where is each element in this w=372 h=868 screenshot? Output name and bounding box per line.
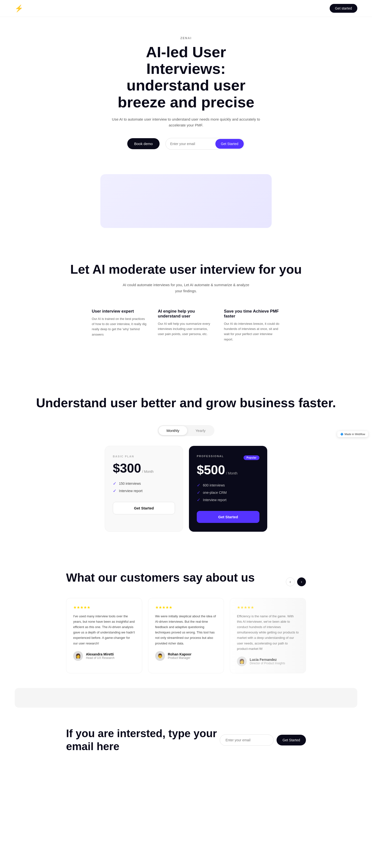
stars-1: ★★★★★: [73, 605, 135, 610]
pro-plan-price: $500 / Month: [197, 463, 237, 477]
toggle-monthly-button[interactable]: Monthly: [159, 426, 187, 435]
hero-visual: [101, 174, 271, 228]
basic-plan-cta-button[interactable]: Get Started: [113, 502, 175, 514]
feature-title-1: AI engine help you understand user: [158, 309, 214, 319]
logo-icon: ⚡: [15, 4, 23, 12]
let-ai-section: Let AI moderate user interview for you A…: [0, 238, 372, 372]
toggle-yearly-button[interactable]: Yearly: [188, 426, 213, 435]
hero-subtitle: Use AI to automate user interview to und…: [110, 116, 262, 128]
let-ai-heading: Let AI moderate user interview for you: [10, 262, 362, 277]
webflow-icon: 🔷: [340, 432, 344, 436]
carousel-next-button[interactable]: ›: [297, 578, 306, 586]
pro-plan-cta-button[interactable]: Get Started: [197, 511, 259, 523]
cta-form: Get Started: [220, 735, 306, 746]
pro-feature-1: ✓ 600 interviews: [197, 483, 259, 488]
author-role-3: Director of Product Insights: [250, 661, 285, 665]
author-role-2: Product Manager: [168, 656, 191, 660]
book-demo-button[interactable]: Book demo: [127, 138, 160, 149]
testimonial-author-3: 👩 Lucia Fernandez Director of Product In…: [237, 656, 299, 666]
check-icon: ✓: [113, 489, 116, 493]
feature-desc-1: Our AI will help you summarize every int…: [158, 321, 214, 337]
nav-get-started-button[interactable]: Get started: [330, 4, 357, 13]
hero-title: AI-led User Interviews: understand user …: [110, 44, 262, 111]
author-name-1: Alexandra Miretti: [86, 652, 115, 656]
testimonial-author-1: 👩 Alexandra Miretti Head of UX Research: [73, 651, 135, 661]
cta-section: If you are intersted, type your email he…: [0, 708, 372, 773]
carousel-controls: ‹ ›: [286, 578, 306, 586]
avatar-2: 👨: [155, 651, 165, 661]
basic-plan-card: BASIC PLAN $300 / Month ✓ 150 interviews…: [105, 446, 183, 532]
pricing-cards: BASIC PLAN $300 / Month ✓ 150 interviews…: [93, 446, 279, 532]
author-name-2: Rohan Kapoor: [168, 652, 191, 656]
hero-email-form: Get Started: [166, 138, 245, 150]
hero-email-input[interactable]: [166, 139, 214, 149]
testimonial-author-2: 👨 Rohan Kapoor Product Manager: [155, 651, 217, 661]
feature-desc-0: Our AI is trained on the best practices …: [92, 316, 148, 337]
hero-section: ZENAI AI-led User Interviews: understand…: [0, 17, 372, 228]
feature-title-0: User interview expert: [92, 309, 148, 314]
testimonial-text-3: Efficiency is the name of the game. With…: [237, 614, 299, 652]
avatar-1: 👩: [73, 651, 83, 661]
pro-feature-3: ✓ Interview report: [197, 498, 259, 502]
testimonials-heading: What our customers say about us: [66, 571, 255, 584]
popular-badge: Popular: [244, 456, 259, 460]
author-role-1: Head of UX Research: [86, 656, 115, 660]
author-name-3: Lucia Fernandez: [250, 658, 285, 661]
check-icon: ✓: [113, 481, 116, 486]
testimonial-card-1: ★★★★★ I've used many interview tools ove…: [66, 598, 142, 673]
toggle-pill: Monthly Yearly: [158, 425, 214, 436]
hero-get-started-button[interactable]: Get Started: [216, 139, 244, 149]
pricing-heading: Understand user better and grow business…: [10, 396, 362, 410]
pro-feature-2: ✓ one-place CRM: [197, 490, 259, 495]
pro-plan-label: PROFESSIONAL: [197, 455, 224, 458]
pricing-section: Understand user better and grow business…: [0, 371, 372, 547]
testimonial-card-3: ★★★★★ Efficiency is the name of the game…: [230, 598, 306, 673]
basic-feature-1: ✓ 150 interviews: [113, 481, 175, 486]
carousel-prev-button[interactable]: ‹: [286, 578, 295, 586]
navbar: ⚡ Get started: [0, 0, 372, 17]
feature-card-1: AI engine help you understand userOur AI…: [158, 309, 214, 357]
hero-eyebrow: ZENAI: [110, 36, 262, 40]
feature-title-2: Save you time Achieve PMF faster: [224, 309, 280, 319]
feature-card-2: Save you time Achieve PMF fasterOur AI d…: [224, 309, 280, 357]
testimonials-grid: ★★★★★ I've used many interview tools ove…: [66, 598, 306, 673]
feature-card-0: User interview expertOur AI is trained o…: [92, 309, 148, 357]
pro-features-list: ✓ 600 interviews ✓ one-place CRM ✓ Inter…: [197, 483, 259, 502]
check-icon: ✓: [197, 483, 200, 488]
features-grid: User interview expertOur AI is trained o…: [76, 309, 296, 357]
stars-2: ★★★★★: [155, 605, 217, 610]
pro-plan-card: PROFESSIONAL Popular $500 / Month ✓ 600 …: [189, 446, 267, 532]
avatar-3: 👩: [237, 656, 247, 666]
basic-feature-2: ✓ Interview report: [113, 489, 175, 493]
stars-3: ★★★★★: [237, 605, 299, 610]
webflow-badge: 🔷 Made in Webflow: [337, 431, 368, 437]
check-icon: ✓: [197, 490, 200, 495]
testimonial-text-2: We were initially skeptical about the id…: [155, 614, 217, 646]
testimonials-section: What our customers say about us ‹ › ★★★★…: [0, 547, 372, 688]
cta-email-input[interactable]: [220, 735, 274, 746]
let-ai-description: AI could automate interviews for you, Le…: [122, 282, 250, 294]
testimonial-text-1: I've used many interview tools over the …: [73, 614, 135, 646]
basic-plan-header: $300 / Month: [113, 461, 175, 475]
basic-features-list: ✓ 150 interviews ✓ Interview report: [113, 481, 175, 493]
cta-title: If you are intersted, type your email he…: [66, 727, 220, 753]
feature-desc-2: Our AI do interviews breeze, it could do…: [224, 321, 280, 342]
pricing-toggle: Monthly Yearly: [10, 425, 362, 436]
webflow-text: Made in Webflow: [345, 433, 365, 436]
basic-plan-price: $300 / Month: [113, 461, 153, 475]
grey-band: [15, 688, 357, 708]
testimonials-header: What our customers say about us ‹ ›: [66, 571, 306, 586]
pro-plan-header: $500 / Month: [197, 463, 259, 477]
basic-plan-label: BASIC PLAN: [113, 455, 175, 458]
check-icon: ✓: [197, 498, 200, 502]
testimonial-card-2: ★★★★★ We were initially skeptical about …: [148, 598, 224, 673]
hero-cta-group: Book demo Get Started: [110, 138, 262, 150]
logo: ⚡: [15, 4, 23, 12]
cta-get-started-button[interactable]: Get Started: [277, 735, 306, 745]
